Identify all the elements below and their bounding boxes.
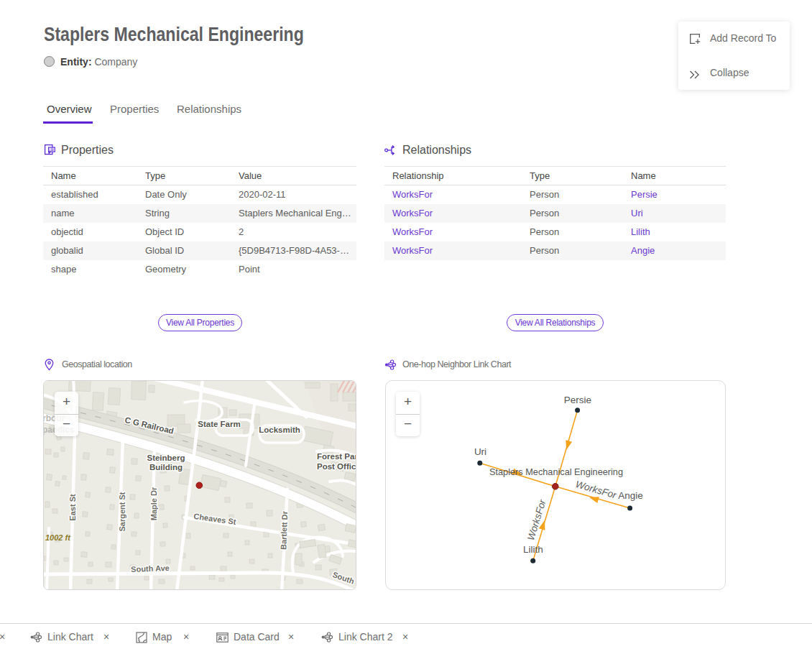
svg-text:Maple Dr: Maple Dr (149, 487, 158, 520)
svg-text:1002 ft: 1002 ft (45, 533, 71, 542)
svg-text:WorksFor: WorksFor (525, 498, 548, 542)
svg-text:South Ave: South Ave (131, 563, 170, 574)
svg-text:Locksmith: Locksmith (259, 425, 300, 434)
svg-text:Bartlett Dr: Bartlett Dr (279, 510, 289, 550)
svg-text:Sargent St: Sargent St (118, 492, 126, 531)
svg-text:Forest Par: Forest Par (317, 452, 356, 461)
svg-text:Angie: Angie (618, 490, 643, 501)
svg-text:Uri: Uri (474, 446, 486, 457)
svg-text:Lilith: Lilith (523, 544, 543, 555)
svg-text:State Farm: State Farm (198, 420, 240, 428)
svg-text:Steinberg: Steinberg (147, 454, 185, 462)
svg-text:East St: East St (68, 494, 77, 521)
svg-text:Post Offic: Post Offic (317, 462, 356, 471)
svg-text:Building: Building (149, 463, 183, 471)
svg-text:Persie: Persie (564, 395, 591, 405)
svg-text:Staplers Mechanical Engineerin: Staplers Mechanical Engineering (489, 466, 623, 477)
